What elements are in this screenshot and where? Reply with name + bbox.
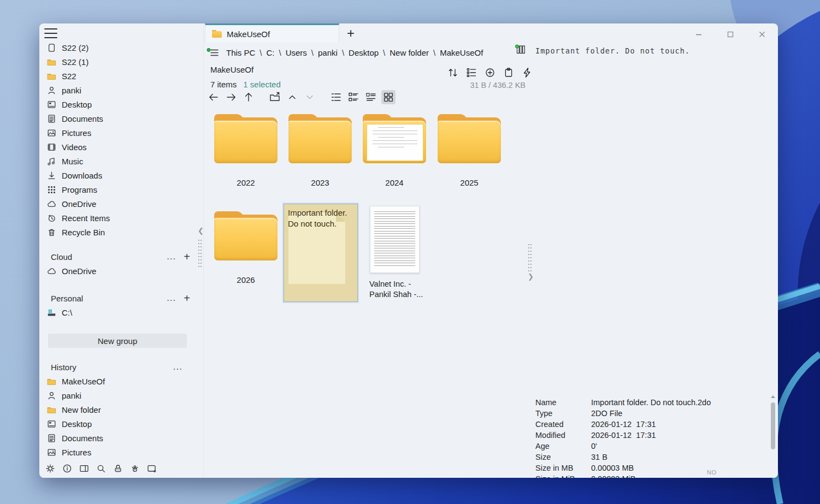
- preview-pane-drag-handle[interactable]: [528, 243, 532, 272]
- dual-pane-icon: [79, 463, 90, 474]
- new-window-button[interactable]: [145, 462, 158, 475]
- chevron-down-icon: [304, 91, 316, 103]
- sidebar-item-s22-1[interactable]: S22 (1): [39, 55, 199, 69]
- sidebar-item-panki[interactable]: panki: [39, 83, 199, 97]
- folder-icon: [47, 405, 56, 414]
- back-button[interactable]: [207, 90, 221, 104]
- file-details-panel: NameImportant folder. Do not touch.2do T…: [535, 397, 716, 478]
- detail-label: Name: [535, 398, 591, 407]
- sidebar-collapse-chevron[interactable]: ❮: [198, 227, 204, 235]
- settings-button[interactable]: [44, 462, 57, 475]
- expand-all-button[interactable]: [303, 90, 317, 104]
- file-manager-window: S22 (2) S22 (1) S22 panki Desktop Docume…: [39, 23, 778, 478]
- preview-text: Important folder. Do not touch.: [535, 44, 690, 55]
- minimize-button[interactable]: [692, 28, 706, 41]
- sidebar-item-recycle-bin[interactable]: Recycle Bin: [39, 225, 199, 239]
- grid-item-folder-2025[interactable]: 2025: [432, 114, 506, 187]
- new-item-button[interactable]: [483, 66, 497, 80]
- personal-more-button[interactable]: ...: [167, 293, 176, 304]
- history-item-desktop[interactable]: Desktop: [39, 417, 199, 431]
- history-item-new-folder[interactable]: New folder: [39, 402, 199, 417]
- history-item-pictures[interactable]: Pictures: [39, 445, 199, 459]
- sidebar-item-s22-2[interactable]: S22 (2): [39, 40, 199, 55]
- breadcrumb-c-drive[interactable]: C:: [267, 48, 275, 57]
- menu-icon[interactable]: [44, 27, 58, 39]
- dual-pane-button[interactable]: [78, 462, 91, 475]
- sidebar-item-downloads[interactable]: Downloads: [39, 168, 199, 182]
- sidebar-item-videos[interactable]: Videos: [39, 140, 199, 154]
- document-thumbnail: [370, 206, 420, 273]
- sidebar-divider: [203, 23, 204, 478]
- breadcrumb-desktop[interactable]: Desktop: [349, 48, 379, 57]
- close-button[interactable]: [755, 28, 769, 41]
- grid-item-folder-2023[interactable]: 2023: [283, 114, 357, 187]
- forward-button[interactable]: [224, 90, 238, 104]
- new-group-button[interactable]: New group: [48, 334, 187, 348]
- view-list-button[interactable]: [329, 90, 343, 104]
- detail-value: 2026-01-12 17:31: [591, 420, 656, 429]
- breadcrumb-makeuseof[interactable]: MakeUseOf: [440, 48, 483, 57]
- desktop: S22 (2) S22 (1) S22 panki Desktop Docume…: [0, 0, 820, 504]
- history-item-makeuseof[interactable]: MakeUseOf: [39, 374, 199, 388]
- cloud-more-button[interactable]: ...: [167, 251, 176, 262]
- sidebar-item-desktop[interactable]: Desktop: [39, 97, 199, 111]
- breadcrumb-new-folder[interactable]: New folder: [390, 48, 429, 57]
- open-parent-folder-button[interactable]: [268, 90, 282, 104]
- tab-makeuseof[interactable]: MakeUseOf: [205, 23, 339, 43]
- grid-item-folder-2024[interactable]: 2024: [357, 114, 432, 187]
- grid-item-valnet-document[interactable]: Valnet Inc. - Pankil Shah -...: [357, 206, 432, 300]
- sidebar-item-cloud-onedrive[interactable]: OneDrive: [39, 264, 199, 278]
- view-details-button[interactable]: [346, 90, 361, 104]
- breadcrumb-users[interactable]: Users: [286, 48, 307, 57]
- history-item-documents[interactable]: Documents: [39, 431, 199, 445]
- tab-label: MakeUseOf: [227, 29, 270, 39]
- scrollbar-thumb[interactable]: [771, 402, 775, 449]
- preview-pane-collapse-chevron[interactable]: ❯: [528, 272, 534, 281]
- folder-icon: [214, 114, 278, 163]
- sort-button[interactable]: [446, 66, 460, 80]
- current-folder-title: MakeUseOf: [210, 65, 253, 74]
- grid-item-folder-2026[interactable]: 2026: [209, 211, 283, 284]
- sidebar-item-music[interactable]: Music: [39, 154, 199, 168]
- breadcrumb-panki[interactable]: panki: [318, 48, 338, 57]
- robot-button[interactable]: [111, 462, 125, 475]
- cloud-add-button[interactable]: +: [184, 251, 190, 262]
- search-button[interactable]: [95, 462, 108, 475]
- info-icon: [62, 463, 73, 474]
- content-view-icon: [365, 91, 377, 103]
- history-more-button[interactable]: ...: [173, 361, 182, 372]
- view-grid-button[interactable]: [381, 90, 396, 104]
- personal-add-button[interactable]: +: [184, 293, 190, 304]
- maximize-button[interactable]: [723, 28, 738, 41]
- minimize-icon: [695, 31, 703, 38]
- scroll-up-icon[interactable]: [770, 394, 775, 399]
- person-icon: [47, 391, 56, 400]
- select-options-button[interactable]: [464, 66, 479, 80]
- folder-icon: [47, 72, 56, 81]
- sidebar-item-onedrive[interactable]: OneDrive: [39, 197, 199, 211]
- grid-item-folder-2022[interactable]: 2022: [209, 114, 283, 187]
- paste-button[interactable]: [502, 66, 516, 80]
- insect-button[interactable]: [128, 462, 141, 475]
- grid-item-important-note-selected[interactable]: Important folder. Do not touch.: [284, 204, 358, 302]
- watermark-text: NO: [707, 469, 717, 476]
- sidebar-item-programs[interactable]: Programs: [39, 182, 199, 197]
- breadcrumb-filter-icon[interactable]: [207, 48, 220, 58]
- up-button[interactable]: [241, 90, 256, 104]
- sidebar-item-recent-items[interactable]: Recent Items: [39, 211, 199, 225]
- documents-icon: [47, 114, 56, 123]
- history-item-panki[interactable]: panki: [39, 388, 199, 402]
- new-tab-button[interactable]: +: [343, 26, 358, 41]
- quick-actions-button[interactable]: [520, 66, 534, 80]
- info-button[interactable]: [61, 462, 74, 475]
- sidebar-item-documents[interactable]: Documents: [39, 111, 199, 126]
- collapse-all-button[interactable]: [285, 90, 299, 104]
- details-scrollbar[interactable]: [770, 393, 776, 478]
- sidebar-item-s22[interactable]: S22: [39, 69, 199, 83]
- breadcrumb-this-pc[interactable]: This PC: [226, 48, 255, 57]
- view-content-button[interactable]: [364, 90, 378, 104]
- sidebar-drag-handle[interactable]: [198, 239, 202, 268]
- sidebar-item-pictures[interactable]: Pictures: [39, 126, 199, 140]
- detail-value: 0.00003 MiB: [591, 475, 635, 478]
- sidebar-item-c-drive[interactable]: C:\: [39, 305, 199, 319]
